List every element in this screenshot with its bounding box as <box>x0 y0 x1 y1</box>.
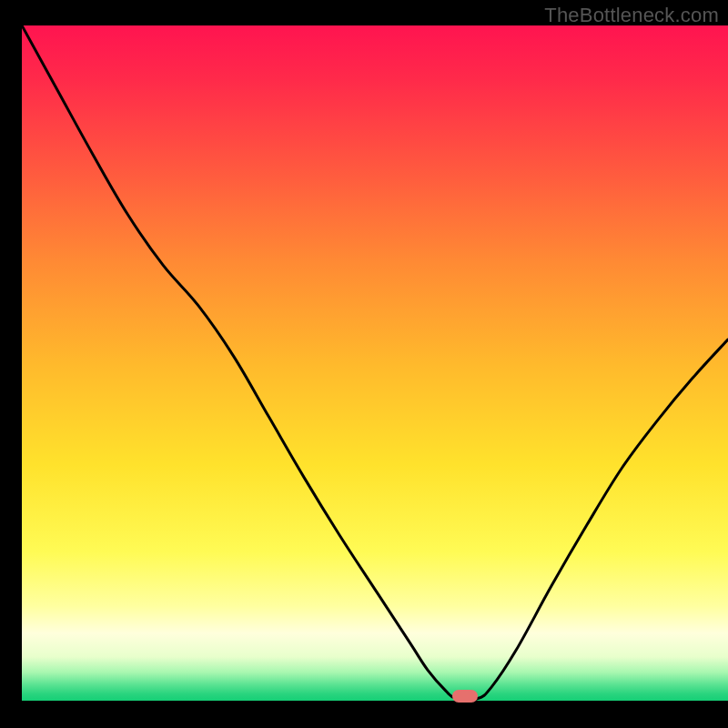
gradient-background <box>22 25 728 701</box>
bottleneck-chart <box>22 25 728 701</box>
optimal-marker-icon <box>452 690 478 703</box>
chart-frame: TheBottleneck.com <box>11 0 728 717</box>
watermark-label: TheBottleneck.com <box>544 4 719 27</box>
